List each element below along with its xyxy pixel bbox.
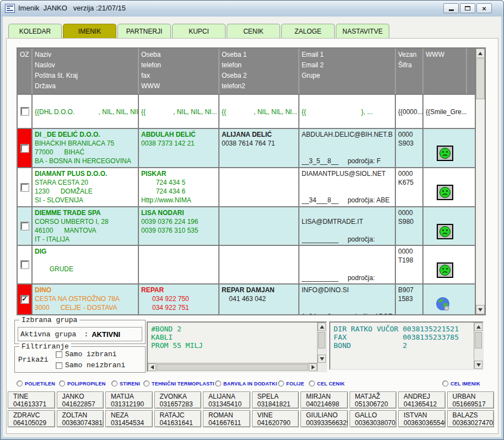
contact-button-zvonka[interactable]: ZVONKA031657283 xyxy=(154,391,202,409)
cell-sifra: T198 xyxy=(398,256,422,265)
tab-kupci[interactable]: KUPCI xyxy=(172,24,226,38)
contact-button-ratajc[interactable]: RATAJC041631641 xyxy=(154,410,202,427)
contact-button-giuliano[interactable]: GIULIANO003933566329 xyxy=(301,410,348,427)
row-checkbox[interactable] xyxy=(21,222,29,230)
scroll-down-button[interactable] xyxy=(476,305,485,314)
contact-button-matija[interactable]: MATIJA031312190 xyxy=(105,391,153,409)
contact-button-andrej[interactable]: ANDREJ041365412 xyxy=(398,391,446,409)
scroll-left-icon xyxy=(151,365,154,369)
table-scrollbar[interactable] xyxy=(475,49,485,314)
col-oseba[interactable]: Oseba xyxy=(141,50,218,60)
table-row[interactable]: DI _DE DELIĆ D.O.O. BIHAĆKIH BRANILACA 7… xyxy=(18,129,475,168)
contact-button-spela[interactable]: SPELA031841821 xyxy=(252,391,299,409)
row-checkbox[interactable] xyxy=(21,144,29,152)
cell-vezan: B907 xyxy=(398,286,422,294)
row-checkbox[interactable] xyxy=(21,261,29,269)
col-telefon: telefon xyxy=(141,60,218,71)
contact-button-urban[interactable]: URBAN051669517 xyxy=(447,391,495,409)
contact-button-alijana[interactable]: ALIJANA031345410 xyxy=(203,391,250,409)
scroll-up-button[interactable] xyxy=(476,49,485,58)
www-button[interactable] xyxy=(437,224,453,239)
radio-cel-cenik[interactable]: CEL CENIK xyxy=(309,380,345,387)
window-title: Imenik JANKO verzija :21/07/15 xyxy=(18,4,126,12)
only-unselected-label: Samo neizbrani xyxy=(65,361,125,369)
table-row[interactable]: DIG GRUDE __________ področja: xyxy=(18,246,475,285)
col-oseba1[interactable]: Oseba 1 xyxy=(222,50,298,60)
cell-vezan: 0000 xyxy=(398,130,422,139)
contact-button-janko[interactable]: JANKO041622857 xyxy=(57,391,104,409)
radio-folije[interactable]: FOLIJE xyxy=(278,380,304,387)
radio-tehnicni-termoplasti[interactable]: TEHNIČNI TERMOPLASTI xyxy=(143,380,215,387)
filter-label: Prikaži xyxy=(18,356,49,364)
titlebar[interactable]: Imenik JANKO verzija :21/07/15 × xyxy=(1,1,503,17)
notes-text: #BOND 2 KABLI PROM 55 MILJ xyxy=(151,325,203,350)
tab-cenik[interactable]: CENIK xyxy=(227,24,280,38)
contact-button-matjaz[interactable]: MATJAŽ051306720 xyxy=(350,391,397,409)
tab-koledar[interactable]: KOLEDAR xyxy=(8,24,62,38)
minimize-button[interactable] xyxy=(443,3,459,13)
contact-button-balazs[interactable]: BALAZS003630274705 xyxy=(447,410,495,427)
radio-polipropilen[interactable]: POLIPROPILEN xyxy=(59,380,105,387)
cell-naziv: DINO xyxy=(35,286,138,294)
col-postna: Poštna št. Kraj xyxy=(35,71,138,81)
radio-polietilen[interactable]: POLIETILEN xyxy=(17,380,55,387)
contact-button-vine[interactable]: VINE041620790 xyxy=(252,410,299,427)
close-button[interactable]: × xyxy=(476,3,492,13)
table-row[interactable]: DINO CESTA NA OSTROŽNO 78A 3000 CELJE - … xyxy=(18,285,475,314)
contact-button-istvan[interactable]: ISTVAN003630365540 xyxy=(398,410,446,427)
contact-button-mirjan[interactable]: MIRJAN040214698 xyxy=(301,391,348,409)
filter-box-legend: Filtriranje xyxy=(19,342,71,351)
cell-grupe: __34___8__ področja: ABE xyxy=(302,196,395,205)
info-vscrollbar[interactable] xyxy=(474,323,482,369)
cell-vezan: 0000 xyxy=(398,247,422,256)
notes-hscrollbar[interactable] xyxy=(148,363,317,371)
col-oz[interactable]: OZ xyxy=(20,50,31,60)
cell-grupe: __3_5__8__ področja: F xyxy=(302,157,395,165)
col-vezan[interactable]: Vezan xyxy=(398,50,422,60)
contact-button-neza[interactable]: NEZA031454534 xyxy=(105,410,153,427)
table-row[interactable]: DIAMANT PLUS D.O.O. STARA CESTA 20 1230 … xyxy=(18,168,475,207)
notes-vscrollbar[interactable] xyxy=(317,323,326,371)
only-selected-checkbox[interactable] xyxy=(56,351,62,358)
contact-button-gallo[interactable]: GALLO003630380701 xyxy=(350,410,397,427)
row-checkbox[interactable] xyxy=(21,108,29,115)
radio-icon xyxy=(59,380,65,387)
cell-sifra: K675 xyxy=(398,178,422,187)
tab-imenik[interactable]: IMENIK xyxy=(63,24,116,38)
col-naziv[interactable]: Naziv xyxy=(35,50,138,60)
www-link[interactable] xyxy=(436,297,451,314)
radio-barvila-in-dodatki[interactable]: BARVILA IN DODATKI xyxy=(215,380,277,387)
row-checkbox[interactable] xyxy=(21,184,29,191)
table-row[interactable]: DIEMME TRADE SPA CORSO UMBERTO I, 28 461… xyxy=(18,207,475,246)
www-button[interactable] xyxy=(437,262,453,278)
radio-cel-imenik[interactable]: CEL IMENIK xyxy=(442,380,480,387)
www-button[interactable] xyxy=(437,146,453,161)
tab-nastavitve[interactable]: NASTAVITVE xyxy=(336,24,389,38)
smiley-icon xyxy=(439,186,451,198)
notes-memo[interactable]: #BOND 2 KABLI PROM 55 MILJ xyxy=(147,321,327,372)
col-www-icon[interactable]: WWW xyxy=(426,50,466,60)
contact-button-roman[interactable]: ROMAN041667611 xyxy=(203,410,250,427)
contact-button-zdravc[interactable]: ZDRAVC064105029 xyxy=(8,410,55,427)
table-row[interactable]: {{DHL D.O.O. , NIL, NIL, NIL... {{ , NIL… xyxy=(18,95,475,129)
contact-button-zoltan[interactable]: ZOLTAN003630743816 xyxy=(57,410,104,427)
app-window: Imenik JANKO verzija :21/07/15 × KOLEDAR… xyxy=(0,0,504,440)
contact-info-text: DIR RATKO VUČOR 0038135221521 FAX 003813… xyxy=(334,325,459,350)
scrollbar-thumb[interactable] xyxy=(476,58,485,99)
imenik-page: OZ Naziv Naslov Poštna št. Kraj Država O… xyxy=(6,38,498,434)
cell-sifra: 1583 xyxy=(398,294,422,303)
tab-zaloge[interactable]: ZALOGE xyxy=(281,24,335,38)
scroll-up-icon xyxy=(478,52,482,55)
contact-info-memo[interactable]: DIR RATKO VUČOR 0038135221521 FAX 003813… xyxy=(329,321,484,370)
col-email1[interactable]: Email 1 xyxy=(302,50,395,60)
active-group-label: Aktivna grupa xyxy=(20,330,76,339)
col-sifra: Šifra xyxy=(398,60,422,71)
cell-naziv: DIG xyxy=(35,247,138,256)
radio-stireni[interactable]: STIRENI xyxy=(111,380,140,387)
only-unselected-checkbox[interactable] xyxy=(56,362,62,369)
maximize-button[interactable] xyxy=(460,3,475,13)
row-checkbox[interactable] xyxy=(21,296,29,303)
www-button[interactable] xyxy=(437,185,453,200)
contact-button-tine[interactable]: TINE041613371 xyxy=(8,391,55,409)
tab-partnerji[interactable]: PARTNERJI xyxy=(117,24,171,38)
